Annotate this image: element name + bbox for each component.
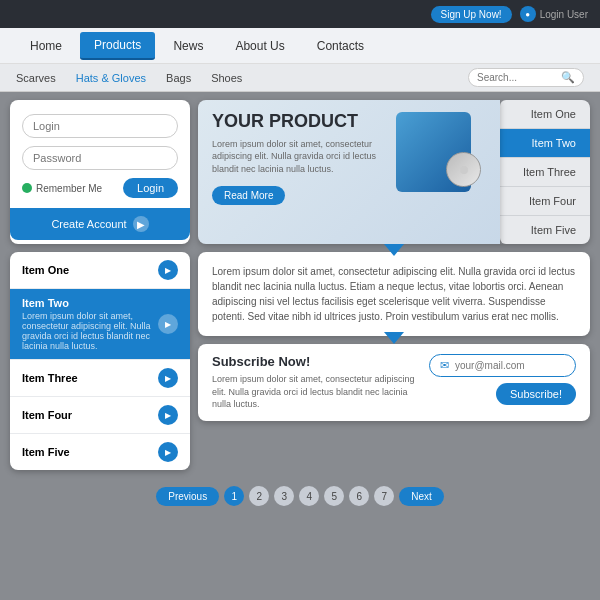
side-tab-1[interactable]: Item One (500, 100, 590, 129)
page-3[interactable]: 3 (274, 486, 294, 506)
remember-row: Remember Me Login (22, 178, 178, 198)
list-item-5[interactable]: Item Five ▶ (10, 434, 190, 470)
list-play-1[interactable]: ▶ (158, 260, 178, 280)
list-item-2[interactable]: Item Two Lorem ipsum dolor sit amet, con… (10, 289, 190, 360)
create-account-label: Create Account (51, 218, 126, 230)
product-panel: YOUR PRODUCT Lorem ipsum dolor sit amet,… (198, 100, 500, 244)
side-tabs: Item One Item Two Item Three Item Four I… (500, 100, 590, 244)
product-title: YOUR PRODUCT (212, 112, 388, 132)
product-wrapper: YOUR PRODUCT Lorem ipsum dolor sit amet,… (198, 100, 590, 244)
signup-button[interactable]: Sign Up Now! (431, 6, 512, 23)
page-4[interactable]: 4 (299, 486, 319, 506)
search-input[interactable] (477, 72, 557, 83)
subscribe-left: Subscribe Now! Lorem ipsum dolor sit ame… (212, 354, 419, 411)
list-item-3-text: Item Three (22, 372, 78, 384)
remember-dot (22, 183, 32, 193)
list-item-1[interactable]: Item One ▶ (10, 252, 190, 289)
subscribe-row: Subscribe Now! Lorem ipsum dolor sit ame… (212, 354, 576, 411)
nav-news[interactable]: News (159, 33, 217, 59)
product-disc (446, 152, 481, 187)
prev-button[interactable]: Previous (156, 487, 219, 506)
list-play-4[interactable]: ▶ (158, 405, 178, 425)
text-content: Lorem ipsum dolor sit amet, consectetur … (212, 264, 576, 324)
list-item-2-text: Item Two Lorem ipsum dolor sit amet, con… (22, 297, 158, 351)
nav-bar: Home Products News About Us Contacts (0, 28, 600, 64)
list-item-4-text: Item Four (22, 409, 72, 421)
scroll-down-icon[interactable] (384, 332, 404, 344)
email-icon: ✉ (440, 359, 449, 372)
side-tab-5[interactable]: Item Five (500, 216, 590, 244)
login-panel: Remember Me Login Create Account ▶ (10, 100, 190, 244)
email-input[interactable] (455, 360, 565, 371)
next-button[interactable]: Next (399, 487, 444, 506)
subscribe-title: Subscribe Now! (212, 354, 419, 369)
subscribe-button[interactable]: Subscribe! (496, 383, 576, 405)
product-text: YOUR PRODUCT Lorem ipsum dolor sit amet,… (212, 112, 388, 205)
sub-nav-hats[interactable]: Hats & Gloves (76, 72, 146, 84)
search-box[interactable]: 🔍 (468, 68, 584, 87)
list-item-5-text: Item Five (22, 446, 70, 458)
subscribe-right: ✉ Subscribe! (429, 354, 576, 405)
subscribe-panel: Subscribe Now! Lorem ipsum dolor sit ame… (198, 344, 590, 421)
sub-nav-shoes[interactable]: Shoes (211, 72, 242, 84)
side-tab-4[interactable]: Item Four (500, 187, 590, 216)
page-2[interactable]: 2 (249, 486, 269, 506)
side-tab-2[interactable]: Item Two (500, 129, 590, 158)
subscribe-description: Lorem ipsum dolor sit amet, consectetur … (212, 373, 419, 411)
create-account-button[interactable]: Create Account ▶ (10, 208, 190, 240)
page-5[interactable]: 5 (324, 486, 344, 506)
header-top: Sign Up Now! ● Login User (0, 0, 600, 28)
remember-label: Remember Me (36, 183, 102, 194)
pagination: Previous 1 2 3 4 5 6 7 Next (10, 478, 590, 510)
login-input[interactable] (22, 114, 178, 138)
list-item-3[interactable]: Item Three ▶ (10, 360, 190, 397)
list-item-4[interactable]: Item Four ▶ (10, 397, 190, 434)
remember-left[interactable]: Remember Me (22, 183, 102, 194)
row2: Item One ▶ Item Two Lorem ipsum dolor si… (10, 252, 590, 470)
nav-contacts[interactable]: Contacts (303, 33, 378, 59)
login-user[interactable]: ● Login User (520, 6, 588, 22)
product-description: Lorem ipsum dolor sit amet, consectetur … (212, 138, 388, 176)
list-item-1-text: Item One (22, 264, 69, 276)
main-content: Remember Me Login Create Account ▶ YOUR … (0, 92, 600, 518)
arrow-right-icon: ▶ (133, 216, 149, 232)
login-user-label: Login User (540, 9, 588, 20)
product-image (396, 112, 486, 202)
list-panel: Item One ▶ Item Two Lorem ipsum dolor si… (10, 252, 190, 470)
user-icon: ● (520, 6, 536, 22)
right-col: Lorem ipsum dolor sit amet, consectetur … (198, 252, 590, 470)
product-image-box (396, 112, 471, 192)
list-play-2[interactable]: ▶ (158, 314, 178, 334)
sub-nav: Scarves Hats & Gloves Bags Shoes 🔍 (0, 64, 600, 92)
password-input[interactable] (22, 146, 178, 170)
nav-about[interactable]: About Us (221, 33, 298, 59)
list-play-3[interactable]: ▶ (158, 368, 178, 388)
login-button[interactable]: Login (123, 178, 178, 198)
read-more-button[interactable]: Read More (212, 186, 285, 205)
nav-products[interactable]: Products (80, 32, 155, 60)
list-play-5[interactable]: ▶ (158, 442, 178, 462)
page-6[interactable]: 6 (349, 486, 369, 506)
page-1[interactable]: 1 (224, 486, 244, 506)
side-tab-3[interactable]: Item Three (500, 158, 590, 187)
search-icon: 🔍 (561, 71, 575, 84)
nav-home[interactable]: Home (16, 33, 76, 59)
text-panel: Lorem ipsum dolor sit amet, consectetur … (198, 252, 590, 336)
page-7[interactable]: 7 (374, 486, 394, 506)
subscribe-input-wrap[interactable]: ✉ (429, 354, 576, 377)
sub-nav-bags[interactable]: Bags (166, 72, 191, 84)
scroll-up-icon[interactable] (384, 244, 404, 256)
sub-nav-scarves[interactable]: Scarves (16, 72, 56, 84)
row1: Remember Me Login Create Account ▶ YOUR … (10, 100, 590, 244)
